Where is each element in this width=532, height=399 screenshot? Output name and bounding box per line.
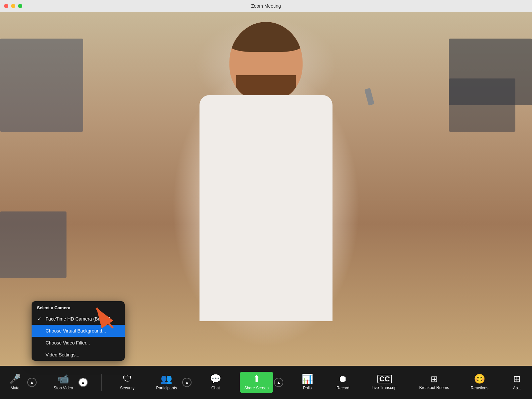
mute-button[interactable]: 🎤 Mute [3, 372, 27, 393]
divider-1 [101, 374, 102, 391]
reactions-label: Reactions [470, 386, 488, 390]
chat-icon: 💬 [210, 374, 221, 384]
apps-icon: ⊞ [513, 374, 521, 384]
camera-facetime-option[interactable]: ✓ FaceTime HD Camera (Built-in) [32, 313, 125, 325]
person-head [229, 22, 303, 102]
participants-chevron[interactable]: ▲ [182, 378, 192, 387]
bg-decoration-1 [0, 39, 83, 132]
record-icon: ⏺ [338, 374, 347, 384]
chat-button[interactable]: 💬 Chat [204, 372, 227, 393]
bg-decoration-4 [449, 78, 515, 132]
stop-video-group: 📹 Stop Video ▲ [49, 372, 88, 393]
stop-video-label: Stop Video [54, 386, 73, 390]
apps-label: Ap... [513, 386, 521, 390]
share-screen-icon: ⬆ [253, 374, 260, 384]
toolbar: 🎤 Mute ▲ 📹 Stop Video ▲ 🛡 Security 👥 Par… [0, 366, 532, 399]
traffic-lights [4, 4, 22, 8]
participant-video [133, 22, 399, 321]
polls-icon: 📊 [302, 374, 313, 384]
video-icon: 📹 [58, 374, 69, 384]
breakout-rooms-icon: ⊞ [431, 375, 438, 383]
live-transcript-label: Live Transcript [372, 385, 398, 390]
camera-virtual-bg-option[interactable]: Choose Virtual Background... [32, 325, 125, 337]
mute-chevron[interactable]: ▲ [27, 378, 37, 387]
participants-label: Participants [156, 386, 177, 390]
record-button[interactable]: ⏺ Record [331, 372, 354, 393]
security-label: Security [120, 386, 134, 390]
camera-virtual-bg-label: Choose Virtual Background... [46, 328, 106, 333]
participants-button[interactable]: 👥 Participants [152, 372, 182, 393]
security-button[interactable]: 🛡 Security [115, 372, 139, 393]
video-chevron[interactable]: ▲ [78, 378, 88, 387]
check-icon: ✓ [37, 316, 42, 322]
minimize-button[interactable] [11, 4, 15, 8]
titlebar: Zoom Meeting [0, 0, 532, 12]
share-screen-label: Share Screen [244, 386, 269, 390]
close-button[interactable] [4, 4, 8, 8]
maximize-button[interactable] [18, 4, 22, 8]
share-screen-group: ⬆ Share Screen ▲ [240, 372, 283, 393]
reactions-button[interactable]: 😊 Reactions [466, 372, 493, 393]
camera-menu-title: Select a Camera [32, 301, 125, 313]
apps-button[interactable]: ⊞ Ap... [505, 372, 529, 393]
share-screen-chevron[interactable]: ▲ [274, 378, 283, 387]
person-body [200, 95, 332, 321]
live-transcript-icon: CC [377, 375, 392, 383]
window-title: Zoom Meeting [251, 3, 281, 9]
chat-label: Chat [211, 386, 220, 390]
security-icon: 🛡 [123, 374, 132, 384]
reactions-icon: 😊 [474, 374, 485, 384]
mute-icon: 🎤 [9, 374, 21, 384]
camera-video-settings-label: Video Settings... [46, 352, 79, 357]
mute-label: Mute [11, 386, 20, 390]
breakout-rooms-label: Breakout Rooms [419, 385, 449, 390]
person-phone [364, 88, 374, 106]
mute-group: 🎤 Mute ▲ [3, 372, 37, 393]
camera-facetime-label: FaceTime HD Camera (Built-in) [46, 316, 111, 322]
stop-video-button[interactable]: 📹 Stop Video [49, 372, 78, 393]
bg-decoration-2 [0, 211, 66, 278]
polls-label: Polls [303, 386, 312, 390]
record-label: Record [336, 386, 349, 390]
share-screen-button[interactable]: ⬆ Share Screen [240, 372, 273, 393]
live-transcript-button[interactable]: CC Live Transcript [367, 372, 402, 393]
participants-group: 👥 Participants ▲ [152, 372, 192, 393]
camera-menu: Select a Camera ✓ FaceTime HD Camera (Bu… [32, 301, 125, 361]
camera-video-filter-label: Choose Video Filter... [46, 340, 90, 345]
polls-button[interactable]: 📊 Polls [296, 372, 319, 393]
person-hair [229, 22, 303, 52]
participants-icon: 👥 [161, 374, 172, 384]
camera-video-settings-option[interactable]: Video Settings... [32, 349, 125, 361]
camera-video-filter-option[interactable]: Choose Video Filter... [32, 337, 125, 349]
breakout-rooms-button[interactable]: ⊞ Breakout Rooms [415, 372, 454, 393]
